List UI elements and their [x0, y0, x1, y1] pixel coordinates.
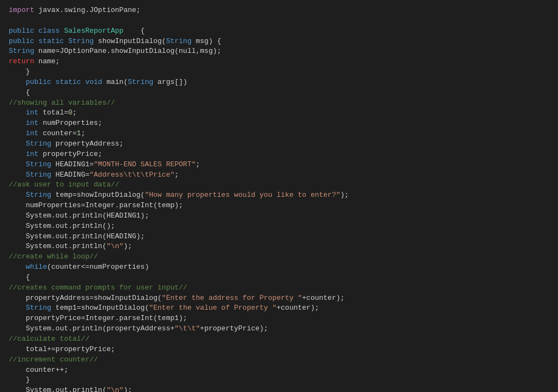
code-token: 1: [77, 129, 81, 137]
code-token: System.out.println(HEADING1);: [26, 212, 149, 220]
code-token: "\t\t": [174, 324, 200, 333]
code-token: ;: [196, 160, 200, 168]
code-token: [9, 191, 26, 199]
code-line: {: [9, 88, 549, 98]
code-line: System.out.println(HEADING);: [9, 232, 549, 242]
code-token: [9, 78, 26, 86]
code-token: System.out.println();: [26, 222, 115, 230]
code-token: public: [9, 27, 39, 35]
code-token: +counter);: [277, 304, 319, 312]
code-token: "Enter the value of Property ": [149, 304, 276, 312]
code-token: 0: [68, 108, 72, 117]
code-line: System.out.println("\n");: [9, 242, 549, 252]
code-line: numProperties=Integer.parseInt(temp);: [9, 201, 549, 211]
code-line: //calculate total//: [9, 334, 549, 345]
code-token: SalesReportApp: [64, 27, 123, 35]
code-line: System.out.println(HEADING1);: [9, 211, 549, 221]
code-token: total=: [43, 108, 68, 117]
code-token: while: [26, 263, 47, 271]
code-token: {: [9, 273, 30, 281]
code-token: [9, 201, 26, 209]
code-token: int: [26, 150, 43, 158]
code-line: String HEADING1="MONTH-END SALES REPORT"…: [9, 160, 549, 170]
code-token: [9, 108, 26, 117]
code-token: String: [26, 171, 56, 179]
code-line: propertyAddress=showInputDialog("Enter t…: [9, 293, 549, 304]
code-token: [9, 150, 26, 158]
code-token: System.out.println(propertyAddress+: [26, 324, 174, 333]
code-token: main(: [106, 78, 128, 86]
code-token: ;: [174, 171, 179, 179]
code-token: [9, 242, 26, 250]
code-token: public: [9, 37, 39, 45]
code-token: +propertyPrice);: [200, 324, 268, 333]
code-token: numProperties;: [43, 119, 102, 127]
code-token: String: [26, 191, 56, 199]
code-token: propertyPrice;: [43, 150, 102, 158]
code-token: String: [9, 47, 39, 55]
code-token: static: [39, 37, 69, 45]
code-line: //showing all variables//: [9, 98, 549, 108]
code-token: [9, 129, 26, 137]
code-token: "\n": [106, 242, 123, 250]
code-token: static: [56, 78, 86, 86]
code-line: String temp1=showInputDialog("Enter the …: [9, 303, 549, 313]
code-token: "Enter the address for Property ": [162, 294, 302, 302]
code-line: //increment counter//: [9, 355, 549, 365]
code-line: String temp=showInputDialog("How many pr…: [9, 190, 549, 201]
code-token: );: [341, 191, 349, 199]
code-token: args[]): [157, 78, 187, 86]
code-token: propertyAddress;: [56, 140, 124, 148]
code-token: import: [9, 6, 34, 14]
code-token: counter=: [43, 129, 76, 137]
code-line: counter++;: [9, 365, 549, 376]
code-token: }: [9, 376, 30, 384]
code-line: propertyPrice=Integer.parseInt(temp1);: [9, 313, 549, 324]
code-token: //increment counter//: [9, 355, 98, 364]
code-token: //ask user to input data//: [9, 180, 119, 189]
code-token: [9, 232, 26, 240]
code-token: "\n": [106, 386, 123, 392]
code-token: name;: [34, 57, 60, 65]
code-token: [9, 314, 26, 322]
code-line: String HEADING="Address\t\t\tPrice";: [9, 170, 549, 180]
code-token: javax.swing.JOptionPane;: [34, 6, 141, 14]
code-line: [9, 16, 549, 26]
code-token: [9, 171, 26, 179]
code-token: HEADING=: [56, 171, 89, 179]
code-token: System.out.println(HEADING);: [26, 232, 144, 240]
code-line: return name;: [9, 57, 549, 67]
code-line: }: [9, 375, 549, 385]
code-line: int numProperties;: [9, 118, 549, 129]
code-token: //calculate total//: [9, 335, 89, 343]
code-token: [9, 119, 26, 127]
code-token: [9, 294, 26, 302]
code-token: propertyPrice=Integer.parseInt(temp1);: [26, 314, 187, 322]
code-token: String: [26, 160, 56, 168]
code-token: "Address\t\t\tPrice": [89, 171, 174, 179]
code-token: int: [26, 129, 43, 137]
code-line: String name=JOptionPane.showInputDialog(…: [9, 46, 549, 57]
code-token: propertyAddress=showInputDialog(: [26, 294, 162, 302]
code-token: ;: [72, 108, 77, 117]
code-token: System.out.println(: [26, 242, 106, 250]
code-token: total+=propertyPrice;: [26, 345, 115, 353]
code-editor: import javax.swing.JOptionPane; public c…: [9, 5, 549, 392]
code-token: numProperties=Integer.parseInt(temp);: [26, 201, 183, 209]
code-token: String: [26, 140, 56, 148]
code-line: }: [9, 67, 549, 77]
code-token: return: [9, 57, 34, 65]
code-token: String: [166, 37, 196, 45]
code-line: //create while loop//: [9, 252, 549, 262]
code-line: total+=propertyPrice;: [9, 345, 549, 355]
code-token: [9, 366, 26, 374]
code-token: );: [124, 242, 132, 250]
code-token: [9, 304, 26, 312]
code-token: {: [124, 27, 145, 35]
code-line: {: [9, 273, 549, 283]
code-token: [9, 160, 26, 168]
code-token: showInputDialog(: [98, 37, 166, 45]
code-token: [9, 345, 26, 353]
code-token: System.out.println(: [26, 386, 106, 392]
code-line: System.out.println("\n");: [9, 385, 549, 392]
